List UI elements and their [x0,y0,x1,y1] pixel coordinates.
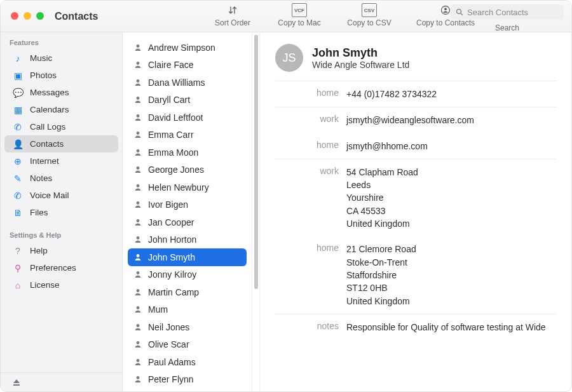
search-label: Search [451,24,564,32]
svg-point-15 [137,219,140,222]
contact-list-item[interactable]: George Jones [128,161,247,179]
sidebar-item-label: Notes [30,173,52,183]
contact-list-item[interactable]: Daryll Cart [128,91,247,109]
contact-list-item[interactable]: Olive Scar [128,336,247,354]
sidebar-item-music[interactable]: ♪Music [4,50,118,67]
svg-point-10 [137,132,140,135]
sidebar-item-label: Messages [30,88,69,97]
contact-list-item[interactable]: Andrew Simpson [128,39,247,57]
person-icon [134,253,142,261]
contact-name: John Smyth [312,46,409,60]
sidebar-item-messages[interactable]: 💬Messages [4,84,118,101]
person-icon [134,375,142,383]
contact-list-item[interactable]: Peter Flynn [128,371,247,389]
svg-point-8 [137,97,140,100]
sidebar-item-label: Internet [30,156,59,166]
sidebar-item-label: Preferences [30,263,76,273]
close-window-button[interactable] [11,12,18,20]
window-title: Contacts [55,11,98,22]
contact-list-item[interactable]: Jan Cooper [128,213,247,231]
person-icon [134,306,142,313]
sidebar-item-files[interactable]: 🗎Files [4,204,118,221]
files-icon: 🗎 [12,208,24,218]
sidebar-item-photos[interactable]: ▣Photos [4,67,118,84]
svg-point-20 [137,306,140,309]
contact-list-item[interactable]: John Horton [128,231,247,249]
copy-to-csv-button[interactable]: CSV Copy to CSV [344,3,395,27]
sidebar-item-license[interactable]: ⌂License [4,276,118,294]
contact-list-item[interactable]: Emma Carr [128,126,247,144]
contact-detail: JS John Smyth Wide Angle Software Ltd ho… [259,32,571,391]
sidebar-item-help[interactable]: ?Help [4,242,118,259]
sidebar-section-header: Settings & Help [1,225,122,242]
detail-row-value: 21 Clemore RoadStoke-On-TrentStaffordshi… [346,243,556,307]
sidebar-item-calendars[interactable]: ▦Calendars [4,101,118,118]
sidebar-item-notes[interactable]: ✎Notes [4,170,118,187]
sidebar-item-label: Voice Mail [30,191,69,200]
svg-point-16 [137,236,140,240]
search-input[interactable]: Search Contacts [451,4,564,20]
scrollbar-thumb[interactable] [254,35,258,289]
contact-list-item[interactable]: Helen Newbury [128,179,247,196]
contact-list-item[interactable]: Emma Moon [128,144,247,161]
sort-icon [228,3,238,17]
minimize-window-button[interactable] [24,12,31,20]
detail-row: notesResponsible for Quality of software… [275,314,556,340]
detail-row-label: home [275,243,346,307]
contact-list-item-name: Paul Adams [148,357,196,367]
sidebar-item-label: License [30,280,60,290]
contact-list-item-name: David Leftfoot [148,112,203,123]
contact-list-item[interactable]: Mum [128,301,247,319]
window-controls [11,12,44,20]
contact-list-item-name: Emma Carr [148,130,194,140]
help-icon: ? [12,246,24,256]
zoom-window-button[interactable] [36,12,44,20]
toolbar: Sort Order VCF Copy to Mac CSV Copy to C… [210,3,477,27]
contact-list-item[interactable]: Ivor Bigen [128,196,247,214]
contact-list-item-name: Martin Camp [148,287,199,297]
sidebar-item-label: Call Logs [30,122,65,132]
messages-icon: 💬 [12,88,24,98]
contact-list-item[interactable]: Paul Adams [128,353,247,371]
svg-point-2 [457,10,461,14]
sort-order-button[interactable]: Sort Order [210,3,255,27]
contact-list-item[interactable]: David Leftfoot [128,109,247,126]
voice-mail-icon: ✆ [12,191,24,201]
svg-point-11 [137,149,140,152]
person-icon [134,323,142,331]
contact-list-item-name: Jan Cooper [148,217,194,227]
contact-list[interactable]: Andrew SimpsonClaire FaceDana WilliamsDa… [123,32,252,391]
detail-row-value: +44 (0)17482 3734322 [346,88,556,100]
contact-list-item[interactable]: Neil Jones [128,318,247,336]
license-icon: ⌂ [12,280,24,290]
svg-point-23 [137,359,140,362]
detail-row: home21 Clemore RoadStoke-On-TrentStaffor… [275,236,556,313]
contact-list-item[interactable]: John Smyth [128,248,247,266]
contact-list-item[interactable]: Martin Camp [128,283,247,301]
app-window: Contacts Sort Order VCF Copy to Mac CSV … [0,0,572,392]
detail-row-label: home [275,140,346,152]
sidebar-item-voice-mail[interactable]: ✆Voice Mail [4,187,118,204]
copy-to-mac-button[interactable]: VCF Copy to Mac [274,3,325,27]
contacts-icon [440,3,451,17]
contact-list-item-name: Daryll Cart [148,95,190,105]
svg-point-1 [444,8,447,10]
contact-list-item-name: Mum [148,304,168,314]
contact-list-item[interactable]: Jonny Kilroy [128,266,247,284]
eject-button[interactable] [1,372,122,391]
sidebar-item-preferences[interactable]: ⚲Preferences [4,259,118,276]
contact-list-scrollbar[interactable] [252,32,259,391]
contact-list-item[interactable]: Claire Face [128,57,247,74]
svg-line-3 [461,13,463,15]
sidebar-item-call-logs[interactable]: ✆Call Logs [4,118,118,135]
search-area: Search Contacts Search [451,4,564,32]
contact-list-item[interactable]: Dana Williams [128,74,247,91]
person-icon [134,114,142,121]
detail-row-value: Responsible for Quality of software test… [346,321,556,334]
svg-point-17 [137,254,140,257]
sidebar-item-label: Music [30,53,52,63]
svg-point-7 [137,79,140,83]
sidebar-item-contacts[interactable]: 👤Contacts [4,135,118,152]
svg-point-6 [137,62,140,65]
sidebar-item-internet[interactable]: ⊕Internet [4,152,118,170]
